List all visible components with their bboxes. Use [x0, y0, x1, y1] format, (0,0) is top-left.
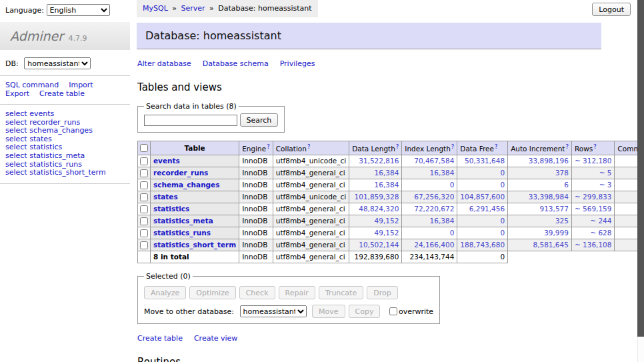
table-row: statesInnoDButf8mb4_unicode_ci101,859,32… — [138, 191, 644, 203]
sidebar-action-link[interactable]: Import — [69, 81, 93, 89]
table-name-link[interactable]: statistics_meta — [153, 217, 213, 225]
engine-cell: InnoDB — [239, 215, 273, 227]
breadcrumb-separator: » — [172, 4, 177, 13]
auto-increment-cell: 325 — [508, 215, 572, 227]
create-link[interactable]: Create view — [194, 334, 237, 343]
engine-cell: InnoDB — [239, 227, 273, 239]
index-length-cell: 16,384 — [402, 167, 457, 179]
rows-cell: ~ 5 — [571, 167, 615, 179]
table-name-link[interactable]: events — [153, 157, 180, 165]
sidebar-action-line: SQL commandImport — [5, 81, 130, 89]
table-name-link[interactable]: schema_changes — [153, 181, 220, 189]
help-link[interactable]: ? — [396, 143, 399, 150]
row-checkbox[interactable] — [140, 181, 148, 189]
tables-grid-head: TableEngine?Collation?Data Length?Index … — [138, 141, 644, 155]
truncate-button[interactable]: Truncate — [319, 286, 363, 299]
analyze-button[interactable]: Analyze — [144, 286, 186, 299]
row-checkbox[interactable] — [140, 157, 148, 165]
collation-cell: utf8mb4_general_ci — [273, 239, 349, 251]
page-title: Database: homeassistant — [137, 23, 601, 49]
optimize-button[interactable]: Optimize — [189, 286, 235, 299]
row-checkbox[interactable] — [140, 193, 148, 201]
help-link[interactable]: ? — [565, 143, 569, 150]
row-checkbox[interactable] — [140, 169, 148, 177]
table-name-link[interactable]: statistics_runs — [153, 229, 211, 237]
search-button[interactable]: Search — [240, 113, 279, 127]
row-checkbox[interactable] — [140, 241, 148, 249]
sidebar-table-links: select eventsselect recorder_runsselect … — [5, 110, 130, 177]
scrollbar-thumb[interactable] — [637, 0, 644, 337]
breadcrumb-server-link[interactable]: Server — [181, 4, 205, 13]
search-legend: Search data in tables (8) — [144, 102, 239, 111]
table-name-cell: statistics_runs — [151, 227, 239, 239]
row-checkbox[interactable] — [140, 229, 148, 237]
sidebar-table-link[interactable]: select statistics_short_term — [5, 169, 130, 177]
move-database-select[interactable]: homeassistant — [240, 305, 307, 317]
create-link[interactable]: Create table — [137, 334, 183, 343]
sidebar-divider — [0, 183, 130, 184]
logout-button[interactable]: Logout — [592, 3, 631, 16]
auto-increment-cell: 33,398,984 — [508, 191, 572, 203]
row-checkbox[interactable] — [140, 205, 148, 213]
column-header-label: Index Length — [405, 145, 450, 153]
repair-button[interactable]: Repair — [279, 286, 315, 299]
table-row: schema_changesInnoDButf8mb4_general_ci16… — [138, 179, 644, 191]
column-header-label: Collation — [276, 145, 307, 153]
column-header: Data Free? — [457, 141, 508, 155]
sidebar-actions: SQL commandImportExportCreate table — [5, 81, 130, 98]
table-name-cell: statistics_meta — [151, 215, 239, 227]
routines-heading: Routines — [137, 356, 601, 362]
database-link[interactable]: Database schema — [203, 59, 269, 68]
engine-cell: InnoDB — [239, 179, 273, 191]
database-link[interactable]: Alter database — [137, 59, 191, 68]
help-link[interactable]: ? — [451, 143, 455, 150]
breadcrumb-mysql-link[interactable]: MySQL — [143, 4, 168, 13]
select-all-checkbox[interactable] — [140, 144, 148, 152]
collation-cell: utf8mb4_general_ci — [273, 215, 349, 227]
database-link[interactable]: Privileges — [280, 59, 315, 68]
table-row: statistics_metaInnoDButf8mb4_general_ci4… — [138, 215, 644, 227]
data-length-cell: 31,522,816 — [349, 155, 402, 167]
check-button[interactable]: Check — [239, 286, 275, 299]
row-checkbox-cell — [138, 227, 151, 239]
sidebar-action-link[interactable]: Create table — [39, 89, 85, 98]
table-name-link[interactable]: statistics_short_term — [153, 241, 236, 249]
language-label: Language: — [5, 6, 44, 15]
row-checkbox-cell — [138, 203, 151, 215]
sidebar-action-link[interactable]: SQL command — [5, 81, 59, 89]
search-input[interactable] — [144, 115, 237, 126]
table-name-link[interactable]: recorder_runs — [153, 169, 208, 177]
selected-fieldset: Selected (0) AnalyzeOptimizeCheckRepairT… — [137, 272, 440, 324]
sidebar-table-link[interactable]: select statistics_meta — [5, 152, 130, 161]
language-select[interactable]: English — [47, 4, 110, 16]
move-button[interactable]: Move — [312, 305, 345, 318]
search-fieldset: Search data in tables (8) Search — [137, 102, 285, 133]
row-checkbox-cell — [138, 155, 151, 167]
row-checkbox[interactable] — [140, 217, 148, 225]
app-version: 4.7.9 — [69, 34, 87, 43]
collation-cell: utf8mb4_general_ci — [273, 179, 349, 191]
copy-button[interactable]: Copy — [349, 305, 381, 318]
sidebar-table-link[interactable]: select schema_changes — [5, 127, 130, 135]
header-row: TableEngine?Collation?Data Length?Index … — [138, 141, 644, 155]
column-header-label: Engine — [242, 145, 266, 153]
sidebar-action-line: ExportCreate table — [5, 89, 130, 98]
overwrite-checkbox[interactable] — [389, 307, 397, 315]
sidebar-action-link[interactable]: Export — [5, 89, 29, 98]
collation-cell: utf8mb4_unicode_ci — [273, 155, 349, 167]
help-link[interactable]: ? — [307, 143, 311, 150]
drop-button[interactable]: Drop — [367, 286, 397, 299]
help-link[interactable]: ? — [267, 143, 270, 150]
column-header-label: Data Length — [352, 145, 395, 153]
vertical-scrollbar — [637, 0, 644, 362]
db-select[interactable]: homeassistant — [24, 57, 91, 69]
sidebar-table-link[interactable]: select events — [5, 110, 130, 119]
help-link[interactable]: ? — [495, 143, 498, 150]
table-name-link[interactable]: statistics — [153, 205, 189, 213]
db-label: DB: — [5, 59, 19, 68]
total-index-length-cell: 234,143,744 — [402, 251, 457, 263]
table-name-link[interactable]: states — [153, 193, 178, 201]
help-link[interactable]: ? — [593, 143, 597, 150]
data-length-cell: 10,502,144 — [349, 239, 402, 251]
tables-grid-body: eventsInnoDButf8mb4_unicode_ci31,522,816… — [138, 155, 644, 251]
